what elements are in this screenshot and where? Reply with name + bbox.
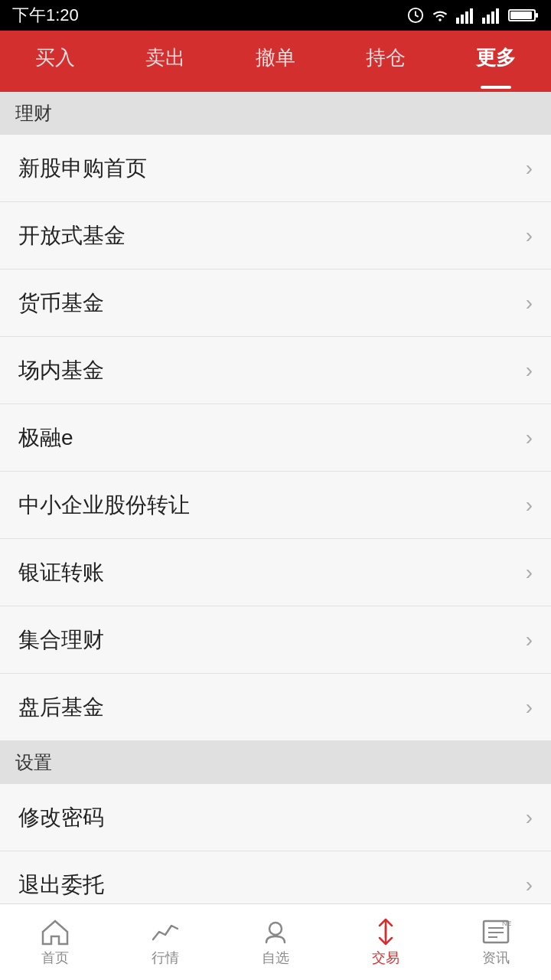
chevron-icon: ›: [526, 156, 533, 181]
chevron-icon: ›: [526, 873, 533, 897]
bottom-nav: 首页 行情 自选 交易 NEWS 资讯: [0, 903, 551, 980]
bottom-nav-watchlist[interactable]: 自选: [220, 904, 331, 980]
bottom-nav-home[interactable]: 首页: [0, 904, 110, 980]
svg-rect-11: [536, 13, 538, 18]
clock-icon: [407, 7, 424, 24]
chevron-icon: ›: [526, 291, 533, 315]
wifi-icon: [430, 7, 450, 24]
svg-rect-7: [487, 15, 490, 24]
svg-rect-6: [482, 18, 485, 24]
content-area: 理财 新股申购首页 › 开放式基金 › 货币基金 › 场内基金 › 极融e › …: [0, 92, 551, 980]
tab-more[interactable]: 更多: [441, 31, 551, 92]
signal2-icon: [482, 7, 502, 24]
svg-rect-2: [456, 18, 459, 24]
battery-icon: [508, 7, 539, 24]
list-item-change-password[interactable]: 修改密码 ›: [0, 784, 551, 851]
chevron-icon: ›: [526, 224, 533, 248]
watchlist-icon: [260, 918, 291, 946]
section-header-licai: 理财: [0, 92, 551, 135]
status-icons: [407, 7, 539, 24]
chevron-icon: ›: [526, 426, 533, 450]
status-bar: 下午1:20: [0, 0, 551, 31]
chevron-icon: ›: [526, 493, 533, 518]
trade-icon: [370, 918, 401, 946]
list-item-exchange-fund[interactable]: 场内基金 ›: [0, 337, 551, 404]
status-time: 下午1:20: [12, 4, 79, 27]
chevron-icon: ›: [526, 358, 533, 383]
list-item-sme-transfer[interactable]: 中小企业股份转让 ›: [0, 472, 551, 539]
chevron-icon: ›: [526, 805, 533, 830]
svg-text:NEWS: NEWS: [502, 920, 511, 927]
svg-rect-12: [510, 11, 532, 19]
list-item-ipo[interactable]: 新股申购首页 ›: [0, 135, 551, 202]
list-item-bank-transfer[interactable]: 银证转账 ›: [0, 539, 551, 606]
list-item-collective-wealth[interactable]: 集合理财 ›: [0, 606, 551, 674]
section-header-settings: 设置: [0, 741, 551, 784]
tab-position[interactable]: 持仓: [331, 31, 441, 92]
svg-rect-4: [465, 11, 468, 24]
list-item-jirong-e[interactable]: 极融e ›: [0, 404, 551, 472]
svg-rect-3: [461, 15, 464, 24]
bottom-nav-news[interactable]: NEWS 资讯: [441, 904, 551, 980]
bottom-nav-trade[interactable]: 交易: [331, 904, 441, 980]
tab-buy[interactable]: 买入: [0, 31, 110, 92]
list-item-money-fund[interactable]: 货币基金 ›: [0, 270, 551, 337]
home-icon: [40, 918, 70, 946]
tab-cancel[interactable]: 撤单: [220, 31, 331, 92]
chevron-icon: ›: [526, 560, 533, 585]
signal-icon: [456, 7, 476, 24]
svg-point-13: [269, 923, 282, 935]
svg-rect-9: [496, 8, 499, 24]
svg-point-1: [439, 18, 441, 21]
svg-rect-8: [491, 11, 494, 24]
svg-rect-5: [470, 8, 473, 24]
list-item-open-fund[interactable]: 开放式基金 ›: [0, 202, 551, 270]
bottom-nav-market[interactable]: 行情: [110, 904, 220, 980]
chevron-icon: ›: [526, 628, 533, 652]
list-item-after-hours-fund[interactable]: 盘后基金 ›: [0, 674, 551, 741]
news-icon: NEWS: [481, 918, 511, 946]
tab-sell[interactable]: 卖出: [110, 31, 220, 92]
market-icon: [150, 918, 181, 946]
chevron-icon: ›: [526, 695, 533, 720]
top-nav: 买入 卖出 撤单 持仓 更多: [0, 31, 551, 92]
